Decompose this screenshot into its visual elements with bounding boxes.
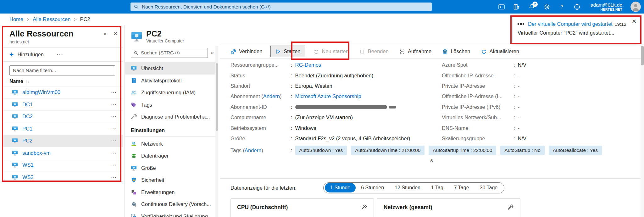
toast-title-link[interactable]: Der virtuelle Computer wird gestartet (528, 21, 614, 27)
more-options-icon[interactable] (57, 52, 64, 57)
range-30-tage[interactable]: 30 Tage (475, 183, 503, 192)
sidebar-item-zugriffssteuerung-iam[interactable]: Zugriffssteuerung (IAM) (125, 86, 218, 99)
resource-row-sandbox-vm[interactable]: sandbox-vm (3, 147, 123, 159)
blade-search-input[interactable] (141, 50, 205, 56)
detail-value: - (518, 104, 520, 110)
collapse-essentials-icon[interactable] (430, 157, 434, 164)
content-scrollbar[interactable] (641, 44, 644, 217)
tag-pill[interactable]: AutoStartupTime : 22:00:00 (429, 146, 496, 155)
more-options-icon[interactable] (110, 90, 117, 95)
sidebar-item-verfugbarkeit-und-skalierung[interactable]: Verfügbarkeit und Skalierung (125, 210, 218, 217)
resource-link[interactable]: aibImgWinVm00 (22, 89, 110, 95)
breadcrumb-home[interactable]: Home (9, 16, 23, 22)
resource-link[interactable]: DC1 (22, 102, 110, 108)
range-1-tag[interactable]: 1 Tag (426, 183, 449, 192)
sidebar-item-erweiterungen[interactable]: Erweiterungen (125, 186, 218, 198)
resource-row-dc1[interactable]: DC1 (3, 98, 123, 111)
disks-icon (131, 153, 137, 159)
tag-pill[interactable]: AutoShutdownTime : 21:00:00 (351, 146, 425, 155)
details-left-column: Ressourcengruppe...:RG-DemosStatus:Beend… (230, 60, 442, 144)
people-icon (131, 90, 137, 96)
aktualisieren-button[interactable]: Aktualisieren (481, 48, 519, 54)
sidebar-item-grosse[interactable]: Größe (125, 162, 218, 174)
resource-link[interactable]: WS2 (22, 174, 110, 180)
more-options-icon[interactable] (110, 114, 117, 119)
filter-by-name-input[interactable] (9, 65, 115, 75)
sidebar-item-tags[interactable]: Tags (125, 99, 218, 111)
range-6-stunden[interactable]: 6 Stunden (356, 183, 389, 192)
resource-row-ws2[interactable]: WS2 (3, 171, 123, 182)
feedback-smiley-icon[interactable] (574, 3, 580, 10)
sidebar-item-sicherheit[interactable]: Sicherheit (125, 174, 218, 186)
close-panel-icon[interactable] (113, 30, 118, 36)
starten-button[interactable]: Starten (270, 46, 305, 57)
more-options-icon[interactable] (110, 126, 117, 131)
range-7-tage[interactable]: 7 Tage (449, 183, 475, 192)
azure-portal-window: 2 adam@01it.de HERTES.NET Home Alle Ress… (0, 0, 644, 217)
avatar[interactable] (630, 2, 641, 12)
redacted-value (389, 106, 396, 108)
name-column-header[interactable]: Name (9, 79, 23, 84)
settings-gear-icon[interactable] (543, 3, 550, 10)
resource-link[interactable]: PC1 (22, 126, 110, 132)
breadcrumb-all-resources[interactable]: Alle Ressourcen (33, 16, 70, 22)
account-info[interactable]: adam@01it.de HERTES.NET (591, 2, 622, 12)
resource-row-ws1[interactable]: WS1 (3, 159, 123, 171)
detail-row: Größe:Standard F2s_v2 (2 vcpus, 4 GiB Ar… (230, 133, 442, 144)
notifications-bell-icon[interactable]: 2 (528, 3, 535, 10)
more-options-icon[interactable] (110, 102, 117, 107)
blade-search[interactable] (131, 48, 208, 58)
collapse-menu-icon[interactable] (211, 50, 214, 56)
help-icon[interactable] (558, 3, 565, 10)
more-options-icon[interactable] (110, 162, 117, 168)
detail-value: Europa, Westen (295, 83, 332, 89)
loschen-button[interactable]: Löschen (442, 48, 470, 54)
add-resource-button[interactable]: Hinzufügen (17, 52, 43, 58)
scrollbar-thumb[interactable] (641, 46, 644, 65)
tag-pill[interactable]: AutoDeallocate : Yes (549, 146, 602, 155)
resource-row-pc2[interactable]: PC2 (3, 135, 123, 147)
cloud-shell-icon[interactable] (498, 3, 505, 10)
collapse-panel-icon[interactable] (103, 30, 107, 36)
detail-value: (Zur Anzeige VM starten) (295, 114, 353, 120)
resource-row-pc1[interactable]: PC1 (3, 123, 123, 135)
aufnahme-button[interactable]: Aufnahme (399, 48, 431, 54)
pin-icon[interactable] (361, 204, 367, 210)
resource-row-dc2[interactable]: DC2 (3, 110, 123, 123)
change-link[interactable]: Ändern (245, 147, 261, 153)
more-options-icon[interactable] (110, 138, 117, 143)
global-search-input[interactable] (142, 4, 429, 10)
detail-label: Standort (230, 83, 291, 89)
verbinden-button[interactable]: Verbinden (230, 48, 262, 54)
range-12-stunden[interactable]: 12 Stunden (389, 183, 426, 192)
neu-starten-button[interactable]: Neu starten (314, 48, 349, 54)
change-link[interactable]: Ändern (263, 93, 280, 99)
sidebar-item-aktivitatsprotokoll[interactable]: Aktivitätsprotokoll (125, 75, 218, 87)
resource-link[interactable]: sandbox-vm (22, 150, 110, 156)
time-range-selector: 1 Stunde6 Stunden12 Stunden1 Tag7 Tage30… (323, 182, 504, 193)
tag-pill[interactable]: AutoStartup : No (500, 146, 545, 155)
range-1-stunde[interactable]: 1 Stunde (325, 183, 356, 192)
more-options-icon[interactable] (110, 175, 117, 180)
global-search[interactable] (130, 3, 432, 11)
directory-filter-icon[interactable] (513, 3, 520, 10)
sidebar-item-continuous-delivery-vorsch[interactable]: Continuous Delivery (Vorsch... (125, 198, 218, 210)
sidebar-item-datentrager[interactable]: Datenträger (125, 150, 218, 162)
detail-value[interactable]: Microsoft Azure Sponsorship (295, 93, 361, 99)
sidebar-item-netzwerk[interactable]: Netzwerk (125, 138, 218, 150)
resource-link[interactable]: DC2 (22, 114, 110, 120)
tag-pill[interactable]: AutoShutdown : Yes (295, 146, 347, 155)
sidebar-item-diagnose-und-problembeha[interactable]: Diagnose und Problembeha... (125, 111, 218, 123)
scrollbar-thumb[interactable] (216, 63, 218, 131)
sidebar-item-ubersicht[interactable]: Übersicht (125, 62, 218, 75)
detail-value[interactable]: RG-Demos (295, 62, 321, 68)
toast-close-icon[interactable] (632, 18, 636, 25)
blade-scrollbar[interactable] (215, 46, 218, 217)
more-options-icon[interactable] (110, 150, 117, 156)
resource-link[interactable]: WS1 (22, 162, 110, 168)
resource-link[interactable]: PC2 (22, 138, 110, 144)
pin-icon[interactable] (508, 204, 514, 210)
beenden-button[interactable]: Beenden (359, 48, 389, 54)
sort-icon[interactable] (25, 79, 30, 84)
resource-row-aibimgwinvm00[interactable]: aibImgWinVm00 (3, 86, 123, 98)
